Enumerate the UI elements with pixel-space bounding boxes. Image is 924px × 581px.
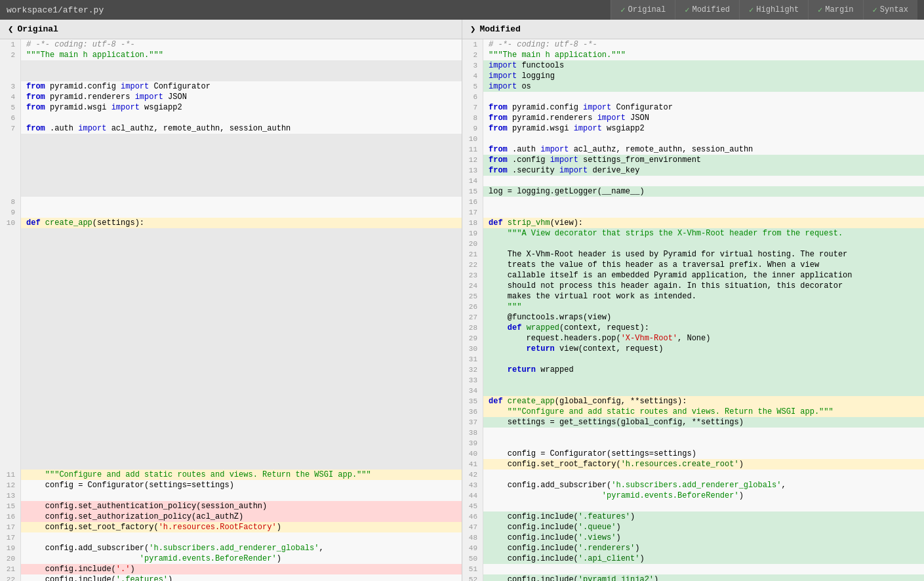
original-pane: ❮ Original 1 # -*- coding: utf-8 -*- 2 "… [0,20,462,581]
tab-syntax[interactable]: ✓ Syntax [863,0,917,20]
original-arrow: ❮ [8,24,13,35]
table-row: 7 from .auth import acl_authz, remote_au… [0,123,462,134]
table-row: 30 return view(context, request) [462,344,924,354]
table-row: 12 config = Configurator(settings=settin… [0,480,462,491]
table-row [0,60,462,71]
modified-arrow: ❯ [470,24,475,35]
tab-bar: ✓ Original ✓ Modified ✓ Highlight ✓ Marg… [611,0,917,20]
table-row [0,239,462,249]
table-row: 27 @functools.wraps(view) [462,312,924,323]
table-row: 15 log = logging.getLogger(__name__) [462,186,924,197]
table-row: 44 'pyramid.events.BeforeRender') [462,491,924,501]
table-row [0,302,462,312]
top-bar: workspace1/after.py ✓ Original ✓ Modifie… [0,0,924,20]
check-highlight: ✓ [749,5,753,15]
check-modified: ✓ [685,5,689,15]
table-row: 52 config.include('pyramid_jinja2') [462,574,924,581]
table-row: 38 [462,428,924,438]
table-row: 32 return wrapped [462,365,924,375]
table-row: 28 def wrapped(context, request): [462,323,924,333]
table-row: 21 config.include('.') [0,564,462,574]
table-row: 17 config.set_root_factory('h.resources.… [0,522,462,532]
table-row: 36 """Configure and add static routes an… [462,407,924,417]
table-row [0,186,462,197]
table-row: 33 [462,375,924,386]
tab-modified[interactable]: ✓ Modified [675,0,739,20]
table-row: 47 config.include('.queue') [462,522,924,532]
table-row: 40 config = Configurator(settings=settin… [462,449,924,459]
table-row [0,312,462,323]
table-row: 48 config.include('.views') [462,532,924,543]
table-row: 31 [462,354,924,365]
table-row: 21 The X-Vhm-Root header is used by Pyra… [462,249,924,260]
table-row: 23 callable itself is an embedded Pyrami… [462,270,924,281]
tab-syntax-label: Syntax [880,5,908,14]
tab-highlight[interactable]: ✓ Highlight [739,0,808,20]
table-row [0,134,462,144]
modified-title: Modified [479,24,520,34]
table-row [0,260,462,270]
table-row: 11 """Configure and add static routes an… [0,470,462,480]
table-row: 43 config.add_subscriber('h.subscribers.… [462,480,924,491]
modified-pane: ❯ Modified 1 # -*- coding: utf-8 -*- 2 "… [462,20,924,581]
table-row: 5 from pyramid.wsgi import wsgiapp2 [0,102,462,113]
table-row: 1 # -*- coding: utf-8 -*- [0,39,462,50]
table-row: 24 should not process this header again.… [462,281,924,291]
table-row: 42 [462,470,924,480]
table-row: 37 settings = get_settings(global_config… [462,417,924,428]
table-row: 6 [0,113,462,123]
table-row: 1 # -*- coding: utf-8 -*- [462,39,924,50]
original-code[interactable]: 1 # -*- coding: utf-8 -*- 2 """The main … [0,39,462,581]
table-row [0,144,462,155]
table-row [0,407,462,417]
table-row: 10 [462,134,924,144]
tab-margin-label: Margin [825,5,853,14]
table-row: 16 [462,197,924,207]
table-row: 20 'pyramid.events.BeforeRender') [0,553,462,564]
table-row: 2 """The main h application.""" [462,50,924,60]
table-row: 45 [462,501,924,511]
table-row: 49 config.include('.renderers') [462,543,924,553]
tab-margin[interactable]: ✓ Margin [808,0,862,20]
table-row [0,428,462,438]
table-row: 16 config.set_authorization_policy(acl_a… [0,511,462,522]
table-row [0,344,462,354]
table-row [0,438,462,449]
table-row [0,270,462,281]
table-row [0,459,462,470]
file-title: workspace1/after.py [7,5,611,15]
table-row: 4 from pyramid.renderers import JSON [0,92,462,102]
table-row: 3 from pyramid.config import Configurato… [0,81,462,92]
table-row: 2 """The main h application.""" [0,50,462,60]
table-row: 9 [0,207,462,218]
table-row: 22 config.include('.features') [0,574,462,581]
tab-original[interactable]: ✓ Original [611,0,675,20]
table-row [0,291,462,302]
table-row: 13 [0,491,462,501]
table-row: 8 [0,197,462,207]
original-title: Original [17,24,58,34]
table-row: 13 from .security import derive_key [462,165,924,176]
table-row: 35 def create_app(global_config, **setti… [462,396,924,407]
table-row: 19 config.add_subscriber('h.subscribers.… [0,543,462,553]
table-row [0,228,462,239]
table-row: 11 from .auth import acl_authz, remote_a… [462,144,924,155]
main-content: ❮ Original 1 # -*- coding: utf-8 -*- 2 "… [0,20,924,581]
check-margin: ✓ [818,5,822,15]
table-row [0,386,462,396]
table-row: 14 [462,176,924,186]
table-row [0,165,462,176]
table-row: 39 [462,438,924,449]
table-row [0,449,462,459]
table-row: 34 [462,386,924,396]
table-row: 50 config.include('.api_client') [462,553,924,564]
table-row [0,71,462,81]
table-row [0,354,462,365]
table-row [0,375,462,386]
tab-modified-label: Modified [692,5,730,14]
table-row: 8 from pyramid.renderers import JSON [462,113,924,123]
modified-code[interactable]: 1 # -*- coding: utf-8 -*- 2 """The main … [462,39,924,581]
modified-pane-header: ❯ Modified [462,20,924,39]
table-row: 5 import os [462,81,924,92]
table-row [0,176,462,186]
